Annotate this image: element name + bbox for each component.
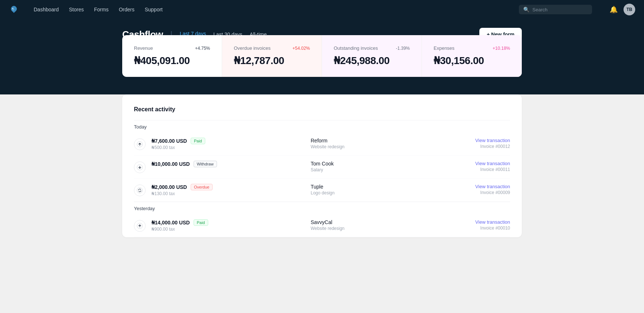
activity-right-2: View transaction Invoice #00011 [455, 161, 510, 172]
activity-group-yesterday: Yesterday [134, 202, 510, 214]
activity-right-3: View transaction Invoice #00009 [455, 184, 510, 195]
invoice-number-2: Invoice #00011 [455, 167, 510, 172]
activity-amount-3: ₦2,000.00 USD [151, 184, 187, 190]
header-section: Cashflow | Last 7 days Last 30 days All-… [0, 19, 644, 94]
table-row: ₦10,000.00 USD Withdraw Tom Cook Salary … [134, 156, 510, 179]
activity-card: Recent activity Today ₦7,600.00 USD Paid… [122, 94, 522, 237]
nav-stores[interactable]: Stores [69, 7, 84, 12]
stats-card: Revenue +4.75% ₦405,091.00 Overdue invoi… [122, 35, 522, 77]
main-content: Recent activity Today ₦7,600.00 USD Paid… [113, 94, 531, 252]
stat-outstanding: Outstanding invoices -1.39% ₦245,988.00 [322, 35, 422, 77]
activity-right-4: View transaction Invoice #00010 [455, 219, 510, 231]
activity-badge-4: Paid [194, 219, 208, 226]
activity-middle-3: Tuple Logo design [296, 184, 449, 195]
transaction-icon-down [134, 161, 146, 173]
activity-main-2: ₦10,000.00 USD Withdraw [151, 161, 290, 168]
nav-forms[interactable]: Forms [94, 7, 109, 12]
logo[interactable] [9, 4, 19, 15]
invoice-number-3: Invoice #00009 [455, 190, 510, 195]
invoice-number-4: Invoice #00010 [455, 226, 510, 231]
view-transaction-link-4[interactable]: View transaction [455, 219, 510, 225]
stat-outstanding-change: -1.39% [396, 46, 410, 51]
stat-revenue-label: Revenue [134, 45, 153, 51]
activity-name-3: Tuple [311, 184, 449, 190]
nav-support[interactable]: Support [145, 7, 162, 12]
stat-expenses-label: Expenses [434, 45, 454, 51]
stat-expenses-change: +10.18% [493, 46, 510, 51]
activity-sub-3: ₦130.00 tax [151, 191, 290, 196]
stat-outstanding-label: Outstanding invoices [334, 45, 378, 51]
transaction-icon-refresh [134, 185, 146, 196]
table-row: ₦14,000.00 USD Paid ₦900.00 tax SavvyCal… [134, 214, 510, 237]
activity-amount-4: ₦14,000.00 USD [151, 220, 190, 226]
stat-overdue: Overdue invoices +54.02% ₦12,787.00 [222, 35, 322, 77]
activity-badge-2: Withdraw [194, 161, 217, 167]
stat-revenue-value: ₦405,091.00 [134, 55, 210, 67]
stat-revenue-change: +4.75% [195, 46, 210, 51]
search-input[interactable] [532, 7, 588, 12]
stat-expenses-value: ₦30,156.00 [434, 55, 510, 67]
activity-badge-3: Overdue [191, 184, 213, 190]
activity-main-1: ₦7,600.00 USD Paid ₦500.00 tax [151, 138, 290, 150]
avatar[interactable]: TB [624, 4, 635, 15]
nav-orders[interactable]: Orders [119, 7, 135, 12]
svg-point-3 [137, 188, 143, 193]
activity-desc-3: Logo design [311, 190, 449, 195]
stat-outstanding-value: ₦245,988.00 [334, 55, 410, 67]
view-transaction-link-3[interactable]: View transaction [455, 184, 510, 189]
search-container: 🔍 [519, 5, 592, 14]
activity-desc-4: Website redesign [311, 226, 449, 231]
stat-overdue-value: ₦12,787.00 [234, 55, 310, 67]
transaction-icon-up [134, 138, 146, 150]
activity-right-1: View transaction Invoice #00012 [455, 138, 510, 149]
activity-badge-1: Paid [191, 138, 205, 144]
activity-middle-4: SavvyCal Website redesign [296, 219, 449, 231]
activity-name-4: SavvyCal [311, 219, 449, 225]
activity-middle-2: Tom Cook Salary [296, 161, 449, 172]
stat-expenses: Expenses +10.18% ₦30,156.00 [422, 35, 522, 77]
activity-title: Recent activity [134, 106, 510, 113]
view-transaction-link-1[interactable]: View transaction [455, 138, 510, 143]
transaction-icon-up-2 [134, 220, 146, 232]
notification-bell-icon[interactable]: 🔔 [610, 5, 618, 14]
invoice-number-1: Invoice #00012 [455, 144, 510, 149]
table-row: ₦7,600.00 USD Paid ₦500.00 tax Reform We… [134, 133, 510, 156]
activity-desc-2: Salary [311, 167, 449, 172]
activity-amount-1: ₦7,600.00 USD [151, 138, 187, 144]
svg-point-0 [12, 8, 14, 9]
activity-group-today: Today [134, 120, 510, 133]
activity-amount-2: ₦10,000.00 USD [151, 161, 190, 167]
activity-middle-1: Reform Website redesign [296, 138, 449, 149]
navbar: Dashboard Stores Forms Orders Support 🔍 … [0, 0, 644, 19]
nav-right: 🔔 TB [610, 4, 635, 15]
stat-overdue-change: +54.02% [292, 46, 310, 51]
stat-overdue-label: Overdue invoices [234, 45, 270, 51]
activity-desc-1: Website redesign [311, 144, 449, 149]
search-icon: 🔍 [523, 7, 529, 12]
nav-dashboard[interactable]: Dashboard [34, 7, 59, 12]
nav-links: Dashboard Stores Forms Orders Support [34, 7, 507, 12]
activity-sub-1: ₦500.00 tax [151, 145, 290, 150]
activity-sub-4: ₦900.00 tax [151, 227, 290, 232]
activity-main-3: ₦2,000.00 USD Overdue ₦130.00 tax [151, 184, 290, 196]
activity-name-2: Tom Cook [311, 161, 449, 167]
stat-revenue: Revenue +4.75% ₦405,091.00 [122, 35, 222, 77]
activity-name-1: Reform [311, 138, 449, 144]
table-row: ₦2,000.00 USD Overdue ₦130.00 tax Tuple … [134, 179, 510, 202]
view-transaction-link-2[interactable]: View transaction [455, 161, 510, 166]
activity-main-4: ₦14,000.00 USD Paid ₦900.00 tax [151, 219, 290, 232]
